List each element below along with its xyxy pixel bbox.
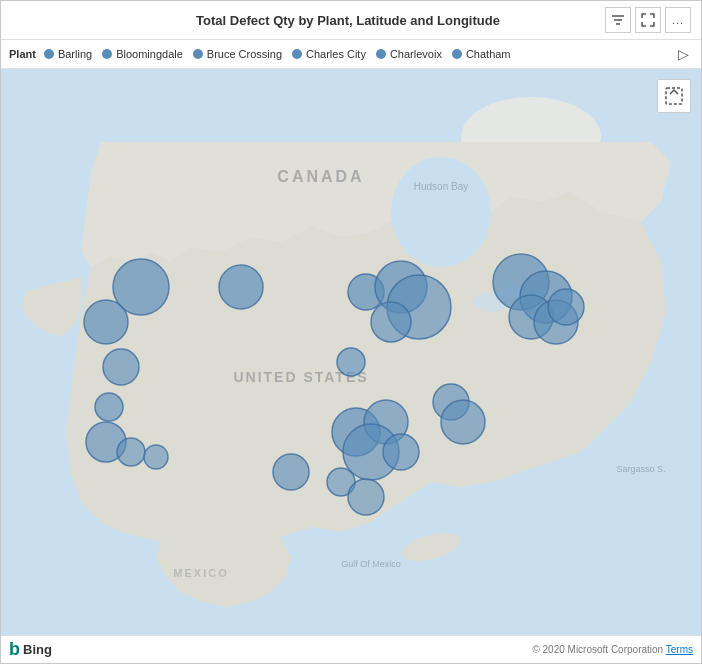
header-bar: Total Defect Qty by Plant, Latitude and … [1, 1, 701, 40]
svg-point-39 [348, 479, 384, 515]
copyright-area: © 2020 Microsoft Corporation Terms [532, 644, 693, 655]
legend-item-bruce-crossing: Bruce Crossing [193, 48, 282, 60]
legend-dot-bloomingdale [102, 49, 112, 59]
svg-point-22 [144, 445, 168, 469]
legend-bar: Plant Barling Bloomingdale Bruce Crossin… [1, 40, 701, 69]
legend-name-barling: Barling [58, 48, 92, 60]
svg-point-27 [371, 302, 411, 342]
bing-icon: b [9, 639, 20, 660]
scroll-next-icon: ▷ [678, 46, 689, 62]
map-container: CANADA UNITED STATES MEXICO Hudson Bay G… [1, 69, 701, 635]
svg-point-23 [219, 265, 263, 309]
lasso-icon [664, 86, 684, 106]
legend-dot-bruce-crossing [193, 49, 203, 59]
legend-name-bloomingdale: Bloomingdale [116, 48, 183, 60]
copyright-text: © 2020 Microsoft Corporation [532, 644, 663, 655]
map-footer: b Bing © 2020 Microsoft Corporation Term… [1, 635, 701, 663]
map-svg: CANADA UNITED STATES MEXICO Hudson Bay G… [1, 69, 701, 635]
filter-icon [611, 13, 625, 27]
svg-point-42 [273, 454, 309, 490]
legend-item-bloomingdale: Bloomingdale [102, 48, 183, 60]
svg-point-21 [117, 438, 145, 466]
svg-point-19 [95, 393, 123, 421]
expand-button[interactable] [635, 7, 661, 33]
legend-dot-charles-city [292, 49, 302, 59]
legend-name-chatham: Chatham [466, 48, 511, 60]
svg-point-28 [337, 348, 365, 376]
svg-text:CANADA: CANADA [277, 168, 364, 185]
terms-link[interactable]: Terms [666, 644, 693, 655]
legend-scroll-button[interactable]: ▷ [673, 44, 693, 64]
svg-text:MEXICO: MEXICO [173, 567, 228, 579]
legend-dot-chatham [452, 49, 462, 59]
legend-item-charles-city: Charles City [292, 48, 366, 60]
legend-label: Plant [9, 48, 36, 60]
filter-button[interactable] [605, 7, 631, 33]
more-button[interactable]: ... [665, 7, 691, 33]
bing-logo: b Bing [9, 639, 52, 660]
expand-icon [641, 13, 655, 27]
header-icons: ... [605, 7, 691, 33]
svg-text:Gulf Of Mexico: Gulf Of Mexico [341, 559, 401, 569]
svg-point-37 [383, 434, 419, 470]
chart-title: Total Defect Qty by Plant, Latitude and … [91, 13, 605, 28]
svg-text:Sargasso S.: Sargasso S. [616, 464, 665, 474]
legend-item-barling: Barling [44, 48, 92, 60]
select-region-button[interactable] [657, 79, 691, 113]
legend-item-charlevoix: Charlevoix [376, 48, 442, 60]
legend-item-chatham: Chatham [452, 48, 511, 60]
svg-point-17 [84, 300, 128, 344]
legend-dot-charlevoix [376, 49, 386, 59]
bing-label: Bing [23, 642, 52, 657]
main-container: Total Defect Qty by Plant, Latitude and … [0, 0, 702, 664]
svg-point-33 [548, 289, 584, 325]
svg-point-18 [103, 349, 139, 385]
legend-name-bruce-crossing: Bruce Crossing [207, 48, 282, 60]
more-icon: ... [672, 14, 684, 26]
svg-point-41 [441, 400, 485, 444]
svg-point-6 [391, 157, 491, 267]
legend-name-charlevoix: Charlevoix [390, 48, 442, 60]
legend-dot-barling [44, 49, 54, 59]
svg-text:Hudson Bay: Hudson Bay [414, 181, 468, 192]
legend-name-charles-city: Charles City [306, 48, 366, 60]
